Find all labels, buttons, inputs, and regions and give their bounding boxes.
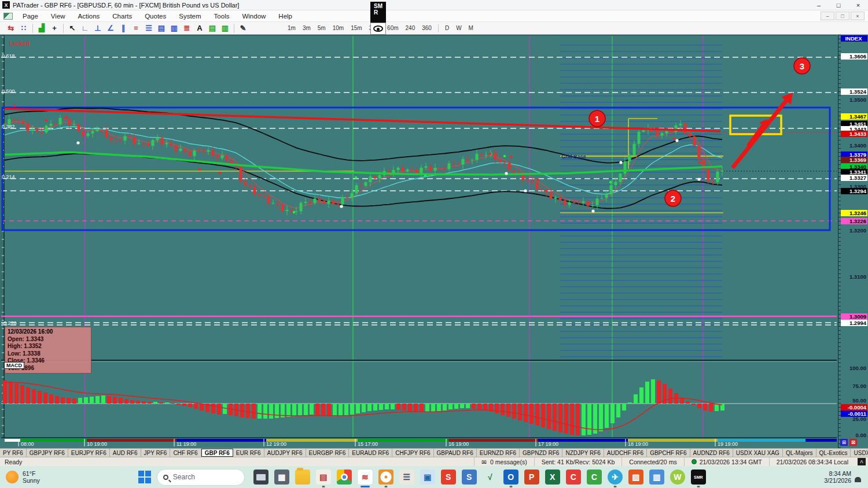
text-tool-icon[interactable]: A xyxy=(194,23,205,34)
taskbar-icon-media-app[interactable]: ▨ xyxy=(628,469,643,485)
fibext-tool-icon[interactable]: ▤ xyxy=(207,23,218,34)
taskbar-clock[interactable]: 8:34 AM 3/21/2026 xyxy=(824,470,851,484)
vertical-tool-icon[interactable]: ⊥ xyxy=(92,23,104,34)
period-d[interactable]: D xyxy=(442,24,453,32)
tab-audchf-rf6[interactable]: AUDCHF RF6 xyxy=(604,449,647,457)
timeframe-3m[interactable]: 3m xyxy=(299,24,314,32)
taskbar-icon-w-app[interactable]: W xyxy=(670,469,685,485)
angle-tool-icon[interactable]: ∟ xyxy=(79,23,91,34)
tab-ql-majors[interactable]: QL-Majors xyxy=(783,449,816,457)
tab-gbp-rf6[interactable]: GBP RF6 xyxy=(201,449,233,457)
timeframe-240[interactable]: 240 xyxy=(402,24,419,32)
tab-audjpy-rf6[interactable]: AUDJPY RF6 xyxy=(264,449,306,457)
taskbar-search[interactable]: Search xyxy=(157,469,245,486)
timeframe-5m[interactable]: 5m xyxy=(314,24,329,32)
taskbar-icon-notes-app[interactable]: ☰ xyxy=(399,469,414,485)
tab-eurjpy-rf6[interactable]: EURJPY RF6 xyxy=(68,449,110,457)
taskbar-icon-smr-app[interactable]: SMR xyxy=(691,469,706,485)
timeframe-1m[interactable]: 1m xyxy=(284,24,299,32)
price-scale[interactable]: INDEX1.36061.35241.35001.34671.34511.344… xyxy=(838,35,868,448)
taskbar-icon-excel-app[interactable]: X xyxy=(545,469,560,485)
taskbar-icon-outlook-app[interactable]: O xyxy=(503,469,518,485)
page-set-icon[interactable]: ∷ xyxy=(18,23,30,34)
menu-item-window[interactable]: Window xyxy=(236,12,272,21)
fib-tool-icon[interactable]: ≡ xyxy=(130,23,142,34)
timeframe-10m[interactable]: 10m xyxy=(329,24,347,32)
parallel-tool-icon[interactable]: ∥ xyxy=(117,23,129,34)
taskbar-icon-skype-app[interactable]: S xyxy=(462,469,477,485)
weather-widget[interactable]: 61°F Sunny xyxy=(6,470,40,484)
tab-jpy-rf6[interactable]: JPY RF6 xyxy=(141,449,171,457)
page-layout-icon[interactable] xyxy=(3,13,13,20)
period-w[interactable]: W xyxy=(453,24,465,32)
grid-tool-icon[interactable]: ▤ xyxy=(156,23,167,34)
menu-item-view[interactable]: View xyxy=(45,12,72,21)
menu-item-charts[interactable]: Charts xyxy=(106,12,138,21)
taskbar-icon-reader-app[interactable]: ▤ xyxy=(316,469,331,485)
price-chart[interactable]: 08:0010 19:0011 19:0012 19:0015 17:0016 … xyxy=(0,35,838,448)
tab-audnzd-rf6[interactable]: AUDNZD RF6 xyxy=(690,449,733,457)
notification-bell-icon[interactable] xyxy=(855,472,861,482)
menu-item-tools[interactable]: Tools xyxy=(208,12,236,21)
eye-icon[interactable] xyxy=(373,25,383,32)
link-windows-icon[interactable]: ⇆ xyxy=(5,23,17,34)
menu-item-page[interactable]: Page xyxy=(16,12,45,21)
child-minimize-button[interactable]: – xyxy=(821,12,834,20)
tab-eur-rf6[interactable]: EUR RF6 xyxy=(233,449,264,457)
taskbar-icon-patrader-chart[interactable]: ≋ xyxy=(358,469,373,485)
tab-gbpnzd-rf6[interactable]: GBPNZD RF6 xyxy=(520,449,562,457)
axis-button-0[interactable]: ⊞ xyxy=(840,439,848,446)
tab-gbpchf-rf6[interactable]: GBPCHF RF6 xyxy=(647,449,690,457)
menu-item-system[interactable]: System xyxy=(172,12,207,21)
tab-euraud-rf6[interactable]: EURAUD RF6 xyxy=(349,449,392,457)
menu-item-help[interactable]: Help xyxy=(272,12,299,21)
chart-style-icon[interactable]: ▟ xyxy=(36,23,47,34)
taskbar-icon-toolbox-app[interactable]: ▥ xyxy=(649,469,664,485)
tab-gbpjpy-rf6[interactable]: GBPJPY RF6 xyxy=(27,449,68,457)
status-messages[interactable]: ✉ 0 message(s) xyxy=(474,457,534,466)
trendline-tool-icon[interactable]: ∠ xyxy=(105,23,116,34)
taskbar-icon-check-app[interactable]: √ xyxy=(483,469,498,485)
taskbar-icon-display-app[interactable]: ▣ xyxy=(420,469,435,485)
timeframe-360[interactable]: 360 xyxy=(418,24,435,32)
tab-gbpaud-rf6[interactable]: GBPAUD RF6 xyxy=(434,449,477,457)
tab-py-rf6[interactable]: PY RF6 xyxy=(0,449,27,457)
menu-item-actions[interactable]: Actions xyxy=(72,12,106,21)
windows-start-button[interactable] xyxy=(138,471,151,483)
levels-tool-icon[interactable]: ☰ xyxy=(143,23,155,34)
hline-tool-icon[interactable]: ≣ xyxy=(181,23,193,34)
period-m[interactable]: M xyxy=(465,24,477,32)
tab-ql-exotics[interactable]: QL-Exotics xyxy=(816,449,851,457)
tab-eurgbp-rf6[interactable]: EURGBP RF6 xyxy=(306,449,350,457)
taskbar-icon-camtasia-red-app[interactable]: C xyxy=(566,469,581,485)
child-close-button[interactable]: × xyxy=(851,12,865,20)
taskbar-icon-powerpoint-app[interactable]: P xyxy=(524,469,539,485)
pattern-tool-icon[interactable]: ▥ xyxy=(168,23,180,34)
maximize-button[interactable]: □ xyxy=(829,0,848,10)
tab-chfjpy-rf6[interactable]: CHFJPY RF6 xyxy=(392,449,433,457)
taskbar-icon-clock-app[interactable] xyxy=(378,469,393,485)
tab-nzdjpy-rf6[interactable]: NZDJPY RF6 xyxy=(562,449,604,457)
timeframe-60m[interactable]: 60m xyxy=(384,24,402,32)
pen-tool-icon[interactable]: ✎ xyxy=(237,23,249,34)
taskbar-icon-camtasia-green-app[interactable]: C xyxy=(587,469,602,485)
crosshair-icon[interactable]: + xyxy=(49,23,60,34)
taskbar-icon-widgets-monitor[interactable] xyxy=(253,469,269,485)
tab-usdx-rf[interactable]: USDX RF xyxy=(851,449,868,457)
taskbar-icon-sublime-app[interactable]: S xyxy=(441,469,456,485)
menu-item-quotes[interactable]: Quotes xyxy=(138,12,172,21)
timeframe-15m[interactable]: 15m xyxy=(347,24,365,32)
pointer-tool-icon[interactable]: ↖ xyxy=(67,23,78,34)
taskbar-icon-telegram-app[interactable]: ✈ xyxy=(608,469,623,485)
axis-button-1[interactable]: ⊠ xyxy=(849,439,857,446)
tab-usdx-xau-xag[interactable]: USDX XAU XAG xyxy=(733,449,783,457)
taskbar-icon-file-explorer[interactable] xyxy=(295,469,310,485)
taskbar-icon-calculator[interactable]: ▦ xyxy=(274,469,289,485)
fibtime-tool-icon[interactable]: ▥ xyxy=(219,23,231,34)
tab-chf-rf6[interactable]: CHF RF6 xyxy=(170,449,201,457)
taskbar-icon-chrome[interactable] xyxy=(337,469,352,485)
child-restore-button[interactable]: □ xyxy=(836,12,849,20)
close-button[interactable]: × xyxy=(848,0,868,10)
chart-canvas[interactable]: 08:0010 19:0011 19:0012 19:0015 17:0016 … xyxy=(0,35,838,448)
minimize-button[interactable]: – xyxy=(809,0,829,10)
